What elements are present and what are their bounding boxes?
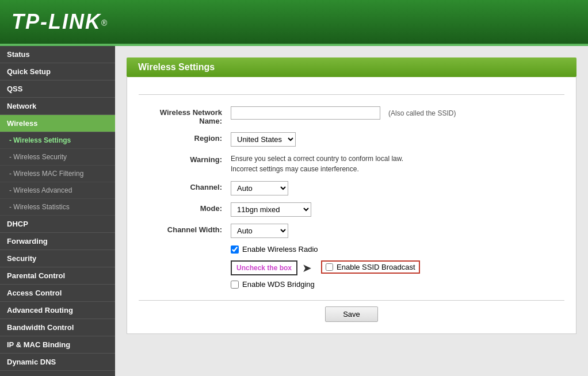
sidebar-item-qss[interactable]: QSS [0, 80, 115, 98]
top-divider [139, 94, 564, 95]
callout-area: Uncheck the box ➤ [231, 260, 312, 275]
sidebar-item-wireless-mac-filtering[interactable]: - Wireless MAC Filtering [0, 166, 115, 182]
mode-label: Mode: [139, 202, 231, 213]
wireless-radio-row: Enable Wireless Radio [231, 245, 564, 254]
sidebar-item-bandwidth-control[interactable]: Bandwidth Control [0, 319, 115, 336]
region-select[interactable]: United StatesCanadaEuropeAustraliaChina [231, 132, 296, 147]
sidebar-item-system-tools[interactable]: System Tools [0, 371, 115, 376]
sidebar-item-wireless-security[interactable]: - Wireless Security [0, 149, 115, 166]
mode-row: Mode: 11bgn mixed11bg mixed11b only11g o… [139, 202, 564, 217]
wireless-radio-checkbox[interactable] [231, 245, 239, 254]
region-row: Region: United StatesCanadaEuropeAustral… [139, 132, 564, 147]
sidebar-item-wireless-statistics[interactable]: - Wireless Statistics [0, 199, 115, 216]
sidebar-item-forwarding[interactable]: Forwarding [0, 233, 115, 250]
network-name-row: Wireless Network Name: Suhed (Also calle… [139, 106, 564, 125]
sidebar-item-quick-setup[interactable]: Quick Setup [0, 63, 115, 80]
warning-line1: Ensure you select a correct country to c… [231, 154, 403, 164]
main-layout: StatusQuick SetupQSSNetworkWireless- Wir… [0, 46, 588, 376]
sidebar-item-wireless[interactable]: Wireless [0, 115, 115, 132]
logo-suffix: ® [101, 18, 107, 28]
sidebar-item-network[interactable]: Network [0, 98, 115, 115]
channel-label: Channel: [139, 181, 231, 191]
callout-box: Uncheck the box [231, 260, 297, 275]
page-title: Wireless Settings [138, 62, 215, 72]
sidebar-item-dynamic-dns[interactable]: Dynamic DNS [0, 354, 115, 371]
warning-label: Warning: [139, 154, 231, 164]
logo-text: TP-LINK [12, 10, 101, 33]
ssid-broadcast-area: Uncheck the box ➤ Enable SSID Broadcast [231, 258, 564, 275]
ssid-broadcast-label: Enable SSID Broadcast [337, 263, 415, 271]
wds-bridging-label: Enable WDS Bridging [242, 280, 315, 289]
wireless-radio-label: Enable Wireless Radio [242, 245, 318, 254]
sidebar-item-parental-control[interactable]: Parental Control [0, 267, 115, 285]
wds-bridging-row: Enable WDS Bridging [231, 280, 564, 289]
sidebar-item-ip-mac-binding[interactable]: IP & MAC Binding [0, 336, 115, 354]
sidebar-item-dhcp[interactable]: DHCP [0, 216, 115, 233]
content-area: Wireless Settings Wireless Network Name:… [115, 46, 588, 376]
page-title-bar: Wireless Settings [127, 57, 576, 77]
channel-width-select[interactable]: Auto20MHz40MHz [231, 224, 288, 238]
warning-line2: Incorrect settings may cause interferenc… [231, 164, 403, 174]
ssid-broadcast-checkbox[interactable] [326, 263, 333, 271]
sidebar: StatusQuick SetupQSSNetworkWireless- Wir… [0, 46, 115, 376]
ssid-broadcast-row: Enable SSID Broadcast [321, 260, 420, 274]
channel-width-label: Channel Width: [139, 224, 231, 234]
region-control: United StatesCanadaEuropeAustraliaChina [231, 132, 564, 147]
network-name-hint: (Also called the SSID) [388, 109, 456, 117]
channel-row: Channel: Auto1234567891011 [139, 181, 564, 195]
mode-control: 11bgn mixed11bg mixed11b only11g only11n… [231, 202, 564, 217]
network-name-label: Wireless Network Name: [139, 106, 231, 125]
channel-width-row: Channel Width: Auto20MHz40MHz [139, 224, 564, 238]
mode-select[interactable]: 11bgn mixed11bg mixed11b only11g only11n… [231, 202, 311, 217]
sidebar-item-wireless-settings[interactable]: - Wireless Settings [0, 132, 115, 149]
form-area: Wireless Network Name: Suhed (Also calle… [127, 77, 576, 334]
network-name-input[interactable]: Suhed [231, 106, 380, 120]
warning-row: Warning: Ensure you select a correct cou… [139, 154, 564, 174]
warning-control: Ensure you select a correct country to c… [231, 154, 564, 174]
region-label: Region: [139, 132, 231, 143]
sidebar-item-access-control[interactable]: Access Control [0, 285, 115, 302]
channel-width-control: Auto20MHz40MHz [231, 224, 564, 238]
channel-control: Auto1234567891011 [231, 181, 564, 195]
network-name-control: Suhed (Also called the SSID) [231, 106, 564, 120]
sidebar-item-security[interactable]: Security [0, 250, 115, 267]
checkboxes-area: Enable Wireless Radio Uncheck the box ➤ … [231, 245, 564, 289]
sidebar-item-wireless-advanced[interactable]: - Wireless Advanced [0, 182, 115, 199]
header: TP-LINK® [0, 0, 588, 46]
wds-bridging-checkbox[interactable] [231, 281, 239, 289]
warning-text: Ensure you select a correct country to c… [231, 154, 403, 174]
sidebar-item-status[interactable]: Status [0, 46, 115, 63]
logo: TP-LINK® [12, 10, 107, 34]
channel-select[interactable]: Auto1234567891011 [231, 181, 288, 195]
arrow-icon: ➤ [302, 261, 312, 275]
save-button[interactable]: Save [325, 306, 378, 322]
save-area: Save [139, 300, 564, 322]
sidebar-item-advanced-routing[interactable]: Advanced Routing [0, 302, 115, 319]
